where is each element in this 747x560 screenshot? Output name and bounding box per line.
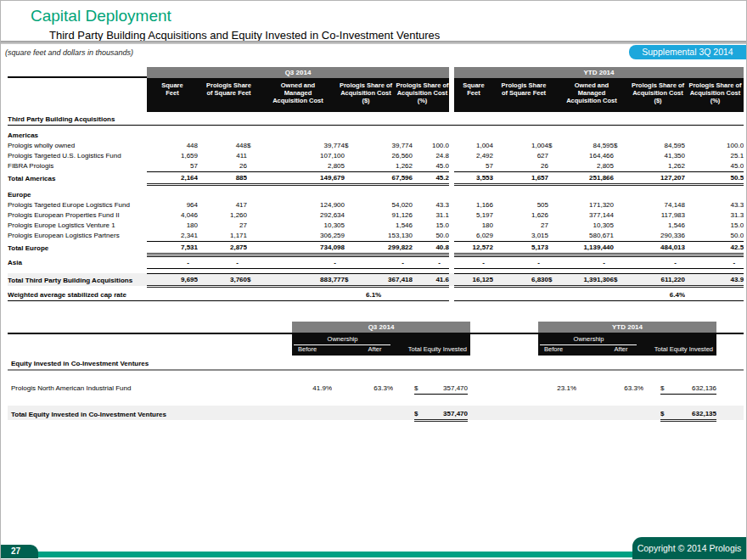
cell-q3-total: 357,470 (426, 380, 468, 394)
cell: 1,139,440 (560, 241, 614, 254)
cell: - (413, 256, 449, 268)
cell: 1,546 (632, 221, 685, 231)
page-number: 27 (1, 545, 38, 558)
cell: 107,100 (266, 151, 345, 161)
cell: 27 (493, 221, 548, 231)
currency-sign: $ (345, 141, 366, 151)
cell: 964 (147, 200, 198, 210)
equity-ytd-group-bar: YTD 2014 (538, 322, 716, 333)
cell: 883,777 (266, 273, 345, 286)
cell: 1,171 (198, 231, 247, 241)
column-header-square-feet: Square Feet (454, 78, 493, 112)
cell (345, 210, 366, 221)
cell: 7,531 (147, 241, 198, 254)
column-header-square-feet: Square Feet (147, 78, 198, 112)
cell: 127,207 (632, 171, 685, 184)
cell: 41.6 (413, 273, 449, 286)
cell: 2,492 (454, 151, 493, 161)
acq-row: Asia---------- (8, 256, 744, 268)
cell (413, 288, 449, 300)
cell (247, 200, 266, 210)
cell: 290,336 (632, 231, 685, 241)
equity-section-row: Equity Invested in Co-Investment Venture… (8, 356, 744, 370)
row-label: Prologis Targeted Europe Logistics Fund (8, 200, 147, 210)
cell: 611,220 (632, 273, 685, 286)
cell: 164,466 (560, 151, 614, 161)
cell (147, 288, 198, 300)
cell: 42.5 (685, 241, 744, 254)
acq-row: Total Americas2,164885149,67967,59645.23… (8, 171, 744, 184)
column-header-share-cost-pct: Prologis Share of Acquisition Cost (%) (687, 78, 744, 112)
acq-row: Prologis Targeted U.S. Logistics Fund1,6… (8, 151, 744, 161)
currency-sign: $ (247, 273, 266, 286)
cell: 1,391,306 (560, 273, 614, 286)
cell: 1,004 (493, 141, 548, 151)
cell: 6,830 (493, 273, 548, 286)
acq-row: Americas (8, 130, 744, 141)
equity-data-row: Prologis North American Industrial Fund … (8, 380, 744, 394)
cell: 251,866 (560, 171, 614, 184)
row-label: Total Americas (8, 171, 147, 184)
cell: 1,657 (493, 171, 548, 184)
currency-sign: $ (614, 273, 632, 286)
cell (247, 288, 266, 300)
cell: 100.0 (685, 141, 744, 151)
equity-ytd-column-header-bar: Ownership Before After Total Equity Inve… (538, 333, 716, 356)
units-note: (square feet and dollars in thousands) (5, 48, 133, 57)
cell (548, 151, 560, 161)
cell: - (198, 256, 247, 268)
region-label: Americas (8, 130, 744, 141)
currency-sign: $ (414, 380, 426, 394)
cell: 3,760 (198, 273, 247, 286)
cell (548, 231, 560, 241)
cell (247, 151, 266, 161)
currency-sign: $ (548, 273, 560, 286)
cell (247, 256, 266, 268)
label-column-rule (8, 76, 147, 78)
region-label: Europe (8, 189, 744, 200)
cell: 16,125 (454, 273, 493, 286)
cell (345, 151, 366, 161)
currency-sign: $ (345, 273, 366, 286)
cap-rate-q3: 6.1% (366, 288, 413, 300)
cell (548, 288, 560, 300)
cell: 448 (147, 141, 198, 151)
cell (614, 256, 632, 268)
row-label: Total Third Party Building Acquisitions (8, 273, 147, 286)
cell (345, 288, 366, 300)
page-title: Capital Deployment (31, 7, 171, 25)
cell: 91,126 (366, 210, 413, 221)
cell (548, 256, 560, 268)
cell (247, 171, 266, 184)
acq-row: Prologis wholly owned448448$39,774$39,77… (8, 141, 744, 151)
row-label: Total Equity Invested in Co-Investment V… (8, 406, 292, 420)
cell: 50.0 (685, 231, 744, 241)
ownership-group-label: Ownership (292, 335, 393, 343)
cell (614, 171, 632, 184)
cell: - (366, 256, 413, 268)
cell-ytd-total: 632,136 (672, 380, 716, 394)
cell: 24.8 (413, 151, 449, 161)
cell: 505 (493, 200, 548, 210)
equity-header-rule (8, 333, 292, 334)
cell: 50.0 (413, 231, 449, 241)
cell (345, 221, 366, 231)
cell: 26 (198, 161, 247, 171)
column-header-share-sqft: Prologis Share of Square Feet (198, 78, 260, 112)
column-header-share-sqft: Prologis Share of Square Feet (493, 78, 554, 112)
cell (247, 241, 266, 254)
row-label: Prologis European Properties Fund II (8, 210, 147, 221)
cell: 1,626 (493, 210, 548, 221)
cell (345, 161, 366, 171)
cell: - (266, 256, 345, 268)
copyright-notice: Copyright © 2014 Prologis (632, 537, 746, 559)
section-title: Third Party Building Acquisitions (8, 112, 744, 125)
row-label: FIBRA Prologis (8, 161, 147, 171)
cell (548, 241, 560, 254)
currency-sign: $ (247, 141, 266, 151)
cell: 6,029 (454, 231, 493, 241)
cell: 39,774 (366, 141, 413, 151)
currency-sign: $ (548, 141, 560, 151)
cell (266, 288, 345, 300)
cell: 1,659 (147, 151, 198, 161)
